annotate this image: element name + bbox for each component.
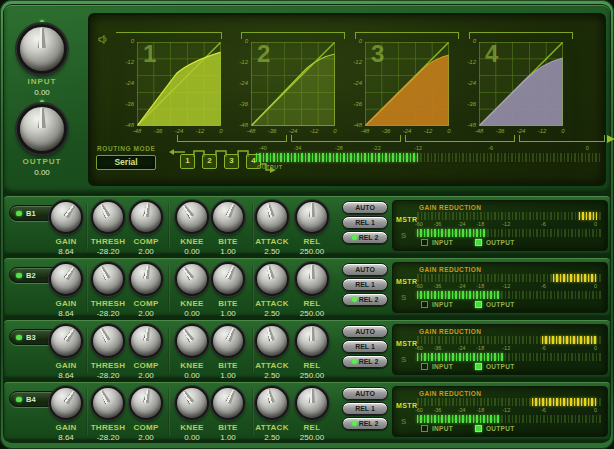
rel2-button-label: REL 2 [359, 358, 379, 365]
attack-knob[interactable] [255, 262, 289, 296]
gain-reduction-meter [417, 212, 603, 220]
checkbox-box [475, 363, 482, 370]
thresh-knob[interactable] [91, 324, 125, 358]
attack-knob[interactable] [255, 324, 289, 358]
band4-top-bracket [469, 32, 573, 39]
band-label: B3 [26, 333, 36, 342]
meter-scale-tick: 0 [594, 407, 597, 413]
input-checkbox[interactable]: INPUT [421, 363, 453, 370]
meter-scale-tick: -24 [458, 221, 466, 227]
gain-knob[interactable] [49, 324, 83, 358]
comp-knob[interactable] [129, 200, 163, 234]
output-checkbox[interactable]: OUTPUT [475, 425, 515, 432]
io-level-meter [417, 353, 603, 361]
meter-scale-tick: -36 [433, 345, 441, 351]
input-checkbox-label: INPUT [432, 425, 453, 432]
bite-knob[interactable] [211, 324, 245, 358]
band2-top-bracket [241, 32, 345, 39]
bite-knob[interactable] [211, 262, 245, 296]
meter-scale-tick: -28 [335, 145, 343, 151]
button-led-icon [352, 359, 357, 364]
knee-knob[interactable] [175, 262, 209, 296]
meter-scale-tick: -18 [476, 345, 484, 351]
gain-reduction-label: GAIN REDUCTION [419, 328, 481, 335]
comp-knob[interactable] [129, 262, 163, 296]
auto-release-button[interactable]: AUTO [342, 325, 388, 338]
knob-unit: BITE 1.00 [211, 324, 245, 358]
output-checkbox-label: OUTPUT [486, 239, 515, 246]
input-knob[interactable] [17, 24, 67, 74]
release2-button[interactable]: REL 2 [342, 355, 388, 368]
meter-scale-tick: -12 [502, 221, 510, 227]
transfer-curve-graph-3: 3 0-12-24-36-48 -48-36-24-120 [347, 42, 451, 138]
solo-button[interactable]: S [401, 231, 406, 240]
thresh-knob[interactable] [91, 386, 125, 420]
thresh-knob[interactable] [91, 200, 125, 234]
chain-band-box-1[interactable]: 1 [180, 154, 195, 169]
comp-knob[interactable] [129, 324, 163, 358]
knob-value: 250.00 [277, 309, 347, 318]
routing-mode-select[interactable]: Serial [96, 155, 156, 170]
chain-band-box-3[interactable]: 3 [224, 154, 239, 169]
band-strip-b4: B4 GAIN 8.64 THRESH -28.20 COMP 2.00 KNE… [4, 382, 610, 441]
solo-button[interactable]: S [401, 293, 406, 302]
release2-button[interactable]: REL 2 [342, 417, 388, 430]
auto-release-button[interactable]: AUTO [342, 201, 388, 214]
meter-scale-tick: -60 [415, 407, 423, 413]
y-axis-tick: 0 [461, 38, 476, 44]
auto-release-button[interactable]: AUTO [342, 387, 388, 400]
bite-knob[interactable] [211, 200, 245, 234]
meter-scale-tick: 0 [594, 345, 597, 351]
attack-knob[interactable] [255, 386, 289, 420]
knee-knob[interactable] [175, 386, 209, 420]
bite-knob[interactable] [211, 386, 245, 420]
meter-scale-tick: -24 [458, 345, 466, 351]
comp-knob[interactable] [129, 386, 163, 420]
knob-value: 250.00 [277, 247, 347, 256]
routing-mode-label: ROUTING MODE [97, 145, 155, 152]
knob-unit: COMP 2.00 [129, 200, 163, 234]
knob-unit: KNEE 0.00 [175, 324, 209, 358]
input-checkbox[interactable]: INPUT [421, 239, 453, 246]
output-checkbox[interactable]: OUTPUT [475, 301, 515, 308]
auto-release-button[interactable]: AUTO [342, 263, 388, 276]
rel-knob[interactable] [295, 386, 329, 420]
graph-band-number: 2 [257, 40, 271, 68]
chain-band-box-2[interactable]: 2 [202, 154, 217, 169]
rel-knob[interactable] [295, 324, 329, 358]
attack-knob[interactable] [255, 200, 289, 234]
speaker-icon[interactable] [98, 34, 109, 45]
band-label: B2 [26, 271, 36, 280]
input-checkbox[interactable]: INPUT [421, 425, 453, 432]
solo-button[interactable]: S [401, 417, 406, 426]
band-led-icon [16, 397, 22, 402]
knob-label: REL [277, 299, 347, 308]
meter-panel: MSTR S GAIN REDUCTION -60-36-24-18-12-60… [392, 200, 608, 251]
input-checkbox[interactable]: INPUT [421, 301, 453, 308]
knee-knob[interactable] [175, 200, 209, 234]
rel-knob[interactable] [295, 262, 329, 296]
gain-knob[interactable] [49, 386, 83, 420]
release1-button[interactable]: REL 1 [342, 402, 388, 415]
gain-knob[interactable] [49, 262, 83, 296]
y-axis-tick: -24 [347, 80, 362, 86]
knob-unit: COMP 2.00 [129, 386, 163, 420]
x-axis-tick: -12 [424, 128, 433, 134]
output-checkbox[interactable]: OUTPUT [475, 363, 515, 370]
meter-scale-tick: -24 [458, 283, 466, 289]
solo-button[interactable]: S [401, 355, 406, 364]
output-checkbox[interactable]: OUTPUT [475, 239, 515, 246]
knee-knob[interactable] [175, 324, 209, 358]
release1-button[interactable]: REL 1 [342, 340, 388, 353]
release2-button[interactable]: REL 2 [342, 231, 388, 244]
rel-knob[interactable] [295, 200, 329, 234]
meter-scale: -60-36-24-18-12-60 [417, 221, 603, 228]
release1-button[interactable]: REL 1 [342, 278, 388, 291]
output-knob[interactable] [17, 104, 67, 154]
gain-knob[interactable] [49, 200, 83, 234]
release1-button[interactable]: REL 1 [342, 216, 388, 229]
knob-unit: REL 250.00 [295, 200, 329, 234]
release2-button[interactable]: REL 2 [342, 293, 388, 306]
thresh-knob[interactable] [91, 262, 125, 296]
signal-flow-arrow-icon [607, 135, 614, 143]
